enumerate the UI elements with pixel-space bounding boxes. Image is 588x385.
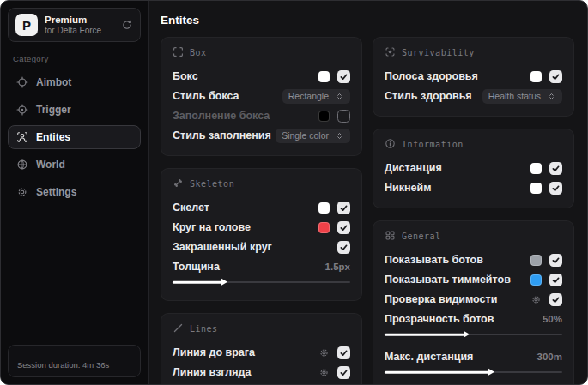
checkbox-unchecked[interactable] xyxy=(337,110,350,123)
crosshair-icon xyxy=(16,76,28,88)
session-duration-card: Session duration: 4m 36s xyxy=(8,345,141,377)
checkbox-checked[interactable] xyxy=(549,274,562,286)
box-card-header: Box xyxy=(173,46,350,59)
color-swatch[interactable] xyxy=(530,71,542,82)
app-window: P Premium for Delta Force Category Aimbo… xyxy=(0,0,588,385)
max-distance-slider[interactable] xyxy=(385,368,562,376)
color-swatch[interactable] xyxy=(530,183,542,194)
sidebar-item-entites[interactable]: Entites xyxy=(8,125,141,149)
setting-value: 1.5px xyxy=(325,262,350,272)
checkbox-checked[interactable] xyxy=(337,346,350,359)
checkbox-checked[interactable] xyxy=(337,221,350,234)
checkbox-checked[interactable] xyxy=(549,293,562,306)
setting-row-view-line: Линия взгляда xyxy=(173,363,350,382)
health-style-select[interactable]: Health status xyxy=(482,89,562,104)
slider-thumb[interactable] xyxy=(464,331,470,338)
checkmark-icon xyxy=(339,368,349,377)
survivability-card-header: Survivability xyxy=(385,46,562,59)
setting-row-skeleton: Скелет xyxy=(173,198,350,217)
survivability-card: Survivability Полоса здоровья Стиль здор… xyxy=(373,37,574,117)
sidebar-item-world[interactable]: World xyxy=(8,153,141,177)
slider-thumb[interactable] xyxy=(488,369,494,376)
lines-card-header: Lines xyxy=(173,322,350,335)
general-card-header: General xyxy=(385,230,562,243)
color-swatch[interactable] xyxy=(318,111,330,122)
checkmark-icon xyxy=(339,72,349,81)
box-card: Box Бокс Стиль бокса xyxy=(161,37,362,156)
color-swatch[interactable] xyxy=(318,222,330,233)
color-swatch[interactable] xyxy=(318,71,330,82)
brand-title: Premium xyxy=(45,15,114,26)
trigger-icon xyxy=(16,104,28,116)
setting-label: Бокс xyxy=(173,70,198,82)
checkbox-checked[interactable] xyxy=(549,70,562,83)
unfold-icon xyxy=(547,92,556,101)
select-value: Rectangle xyxy=(288,91,329,101)
setting-row-show-teammates: Показывать тиммейтов xyxy=(385,270,562,289)
setting-label: Прозрачность ботов xyxy=(385,313,494,325)
visibility-settings-gear-icon[interactable] xyxy=(530,294,542,305)
setting-label: Скелет xyxy=(173,202,209,214)
sidebar-item-label: Aimbot xyxy=(36,76,71,88)
checkmark-icon xyxy=(551,72,561,81)
checkbox-checked[interactable] xyxy=(549,162,562,175)
info-icon xyxy=(385,138,396,151)
checkbox-checked[interactable] xyxy=(549,254,562,267)
thickness-slider[interactable] xyxy=(173,278,350,286)
checkbox-checked[interactable] xyxy=(337,70,350,83)
sidebar-item-label: Entites xyxy=(36,131,70,143)
checkmark-icon xyxy=(339,223,349,232)
sidebar-item-aimbot[interactable]: Aimbot xyxy=(8,70,141,94)
globe-icon xyxy=(16,159,28,171)
brand-text: Premium for Delta Force xyxy=(45,15,114,36)
setting-row-nickname: Никнейм xyxy=(385,178,562,197)
color-swatch[interactable] xyxy=(530,255,542,266)
box-icon xyxy=(173,46,184,59)
box-style-select[interactable]: Rectangle xyxy=(282,89,350,104)
sidebar-item-label: Settings xyxy=(36,186,76,198)
sidebar-item-label: Trigger xyxy=(36,104,71,116)
information-card-header: Information xyxy=(385,138,562,151)
refresh-icon[interactable] xyxy=(121,19,133,31)
session-duration-text: Session duration: 4m 36s xyxy=(17,360,109,370)
general-card: General Показывать ботов Показывать тимм… xyxy=(373,220,574,384)
setting-label: Линия до врага xyxy=(173,346,255,358)
setting-row-bot-opacity: Прозрачность ботов 50% xyxy=(385,310,562,328)
setting-row-max-distance: Макс. дистанция 300m xyxy=(385,347,562,366)
setting-label: Макс. дистанция xyxy=(385,351,473,363)
setting-label: Проверка видимости xyxy=(385,293,497,305)
color-swatch[interactable] xyxy=(530,163,542,174)
slider-thumb[interactable] xyxy=(221,279,227,286)
fill-style-select[interactable]: Single color xyxy=(276,129,350,143)
setting-label: Круг на голове xyxy=(173,221,251,233)
category-label: Category xyxy=(13,54,136,63)
bot-opacity-slider[interactable] xyxy=(385,330,562,339)
checkbox-checked[interactable] xyxy=(337,366,350,379)
sidebar-item-trigger[interactable]: Trigger xyxy=(8,98,141,122)
card-header-label: General xyxy=(402,232,441,241)
setting-row-box-style: Стиль бокса Rectangle xyxy=(173,87,350,105)
setting-label: Полоса здоровья xyxy=(385,70,478,82)
color-swatch[interactable] xyxy=(318,202,330,214)
setting-label: Закрашенный круг xyxy=(173,241,272,253)
checkbox-checked[interactable] xyxy=(549,182,562,195)
checkbox-checked[interactable] xyxy=(337,241,350,254)
setting-row-fill-style: Стиль заполнения Single color xyxy=(173,126,350,145)
brand-logo: P xyxy=(15,14,38,36)
setting-row-head-circle: Круг на голове xyxy=(173,218,350,237)
sidebar-item-settings[interactable]: Settings xyxy=(8,180,141,204)
setting-row-visibility-check: Проверка видимости xyxy=(385,290,562,309)
setting-row-box: Бокс xyxy=(173,67,350,86)
setting-row-thickness: Толщина 1.5px xyxy=(173,257,350,276)
color-swatch[interactable] xyxy=(530,274,542,286)
checkmark-icon xyxy=(551,256,561,265)
setting-label: Линия взгляда xyxy=(173,366,251,378)
line-icon xyxy=(173,322,184,335)
line-settings-gear-icon[interactable] xyxy=(318,347,330,358)
lines-card: Lines Линия до врага Линия взгляда xyxy=(161,313,362,384)
line-settings-gear-icon[interactable] xyxy=(318,367,330,378)
gear-icon xyxy=(16,186,28,198)
checkbox-checked[interactable] xyxy=(337,202,350,214)
setting-label: Стиль бокса xyxy=(173,90,239,102)
grid-icon xyxy=(385,230,396,243)
